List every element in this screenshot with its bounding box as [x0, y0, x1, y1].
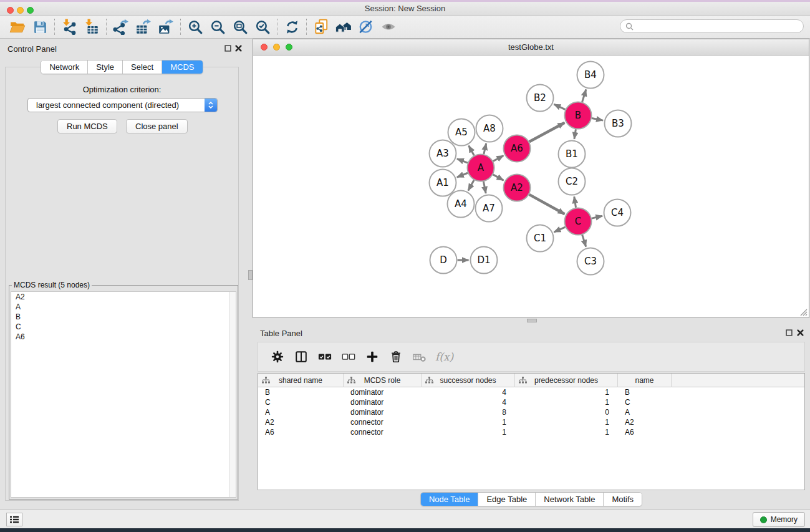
create-column-button[interactable] [360, 346, 384, 367]
graph-node-A3[interactable]: A3 [430, 140, 456, 167]
mcds-result-list[interactable]: A2ABCA6 [11, 291, 236, 498]
refresh-button[interactable] [281, 16, 303, 37]
graph-node-B2[interactable]: B2 [527, 85, 554, 112]
graph-node-D[interactable]: D [430, 247, 457, 274]
graph-node-A[interactable]: A [468, 155, 494, 181]
graph-edge-A-A3[interactable] [457, 159, 468, 163]
tab-node-table[interactable]: Node Table [421, 493, 479, 506]
graph-node-A2[interactable]: A2 [504, 175, 531, 201]
column-header-successor-nodes[interactable]: successor nodes [422, 374, 515, 387]
column-header-name[interactable]: name [618, 374, 672, 387]
mcds-result-item[interactable]: A [11, 302, 236, 312]
graph-node-A4[interactable]: A4 [448, 191, 475, 218]
mcds-result-item[interactable]: A2 [11, 292, 236, 302]
tab-motifs[interactable]: Motifs [604, 493, 642, 506]
graph-edge-B-B3[interactable] [592, 118, 603, 120]
table-row[interactable]: Bdominator41B [258, 387, 804, 397]
close-panel-button[interactable]: Close panel [126, 119, 188, 133]
column-header-predecessor-nodes[interactable]: predecessor nodes [515, 374, 618, 387]
tab-mcds[interactable]: MCDS [162, 60, 202, 74]
graph-node-A6[interactable]: A6 [504, 135, 531, 162]
graph-edge-A-A1[interactable] [457, 173, 468, 177]
vertical-splitter-handle[interactable] [248, 270, 253, 280]
tab-edge-table[interactable]: Edge Table [478, 493, 536, 506]
select-all-columns-button[interactable] [313, 346, 337, 367]
memory-button[interactable]: Memory [753, 512, 805, 527]
table-mode-button[interactable] [289, 346, 313, 367]
network-maximize-button[interactable] [286, 44, 292, 51]
graph-node-C2[interactable]: C2 [559, 168, 586, 195]
function-builder-button[interactable]: f(x) [432, 351, 453, 363]
mcds-result-item[interactable]: C [11, 322, 236, 332]
graph-node-A8[interactable]: A8 [476, 115, 503, 142]
horizontal-splitter-handle[interactable] [527, 319, 537, 322]
delete-table-button[interactable] [408, 346, 432, 367]
task-history-button[interactable] [6, 513, 22, 526]
graph-node-B4[interactable]: B4 [577, 62, 604, 89]
close-window-button[interactable] [7, 7, 14, 14]
deselect-all-columns-button[interactable] [337, 346, 360, 367]
close-panel-icon[interactable] [235, 45, 242, 52]
export-table-button[interactable] [132, 16, 155, 37]
maximize-window-button[interactable] [27, 7, 34, 14]
table-row[interactable]: A2connector11A2 [258, 417, 804, 427]
tab-style[interactable]: Style [88, 60, 123, 74]
column-header-mcds-role[interactable]: MCDS role [344, 374, 422, 387]
close-panel-icon[interactable] [797, 329, 804, 336]
tab-network[interactable]: Network [41, 60, 88, 74]
float-panel-icon[interactable] [786, 329, 793, 336]
import-network-button[interactable] [58, 16, 80, 37]
graph-edge-B-B1[interactable] [574, 129, 576, 139]
graph-node-B3[interactable]: B3 [605, 110, 632, 137]
graph-node-C4[interactable]: C4 [604, 200, 631, 226]
graph-edge-A-A2[interactable] [493, 175, 504, 180]
import-table-button[interactable] [80, 16, 103, 37]
graph-node-B[interactable]: B [565, 102, 592, 129]
graph-edge-A-A7[interactable] [483, 181, 486, 193]
run-mcds-button[interactable]: Run MCDS [57, 119, 117, 133]
graph-edge-C-C3[interactable] [582, 235, 586, 246]
network-canvas[interactable]: B4B2BB3A8A5A6A3B1AC2A1A2A4A7C4CC1C3DD1 [254, 56, 809, 317]
mcds-result-item[interactable]: B [11, 312, 236, 322]
table-row[interactable]: Cdominator41C [258, 397, 804, 407]
zoom-selected-button[interactable] [251, 16, 274, 37]
graph-node-C1[interactable]: C1 [527, 225, 554, 252]
zoom-fit-button[interactable] [229, 16, 251, 37]
home-button[interactable] [332, 16, 355, 37]
table-settings-button[interactable] [266, 346, 289, 367]
main-titlebar[interactable]: Session: New Session [0, 2, 810, 16]
window-resize-grip[interactable] [798, 307, 808, 316]
table-row[interactable]: A6connector11A6 [258, 427, 804, 437]
mcds-result-item[interactable]: A6 [11, 332, 236, 342]
graph-edge-B-B2[interactable] [554, 104, 565, 109]
graph-node-C3[interactable]: C3 [577, 248, 604, 275]
minimize-window-button[interactable] [17, 7, 24, 14]
table-row[interactable]: Adominator80A [258, 407, 804, 417]
result-scrollbar[interactable] [229, 292, 236, 497]
graph-node-A7[interactable]: A7 [476, 195, 503, 222]
graph-edge-A6-B[interactable] [529, 123, 565, 142]
graph-edge-C-C4[interactable] [592, 216, 602, 218]
network-close-button[interactable] [261, 44, 268, 51]
search-box[interactable] [620, 19, 804, 33]
graph-edge-A-A6[interactable] [493, 156, 504, 162]
optimization-criterion-dropdown[interactable]: largest connected component (directed) [27, 98, 218, 112]
graph-edge-C-C1[interactable] [554, 227, 565, 232]
graph-node-A1[interactable]: A1 [430, 170, 456, 196]
float-panel-icon[interactable] [224, 45, 231, 52]
graph-edge-C-C2[interactable] [574, 196, 576, 208]
graph-node-D1[interactable]: D1 [471, 247, 498, 274]
clone-network-button[interactable] [310, 16, 332, 37]
graph-edge-A-A5[interactable] [469, 146, 475, 156]
search-input[interactable] [637, 22, 798, 31]
network-window-titlebar[interactable]: testGlobe.txt [253, 39, 809, 56]
tab-network-table[interactable]: Network Table [536, 493, 604, 506]
show-hide-graphics-details-button[interactable] [355, 16, 377, 37]
graph-node-A5[interactable]: A5 [448, 119, 475, 146]
network-minimize-button[interactable] [273, 44, 280, 51]
export-network-button[interactable] [110, 16, 132, 37]
eye-button[interactable] [377, 16, 400, 37]
network-graph[interactable]: B4B2BB3A8A5A6A3B1AC2A1A2A4A7C4CC1C3DD1 [254, 56, 809, 317]
graph-node-B1[interactable]: B1 [559, 141, 586, 168]
column-header-shared-name[interactable]: shared name [258, 374, 344, 387]
